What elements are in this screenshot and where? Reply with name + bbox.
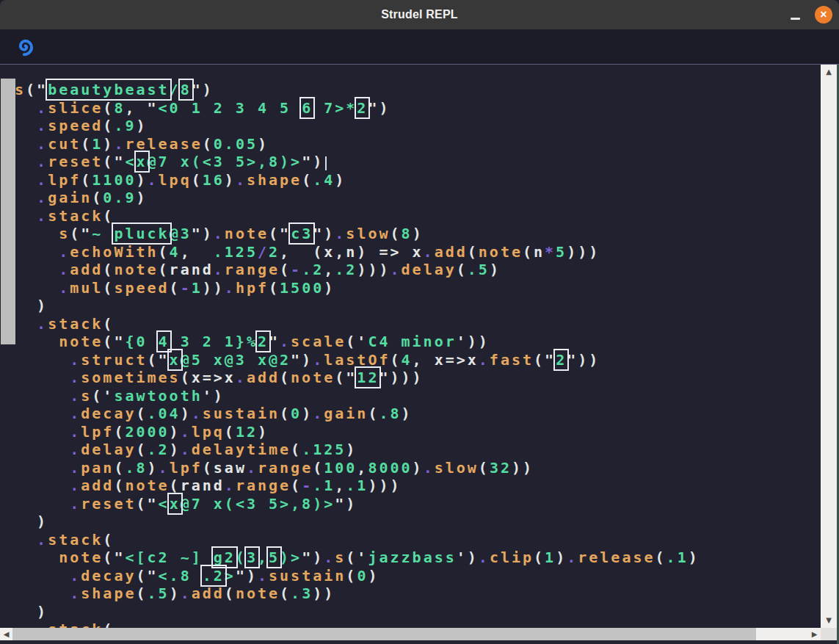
code-line: .struct("x@5 x@3 x@2").lastOf(4, x=>x.fa… xyxy=(15,351,821,369)
code-line: note("<[c2 ~] g2(3,5)>").s('jazzbass').c… xyxy=(15,549,821,567)
code-line: .lpf(2000).lpq(12) xyxy=(15,423,821,441)
code-line: .decay("<.8 .2>").sustain(0) xyxy=(15,567,821,585)
code-line: .stack( xyxy=(15,621,821,628)
scroll-up-arrow-icon[interactable]: ▲ xyxy=(821,66,837,78)
code-line: .stack( xyxy=(15,531,821,549)
vertical-scrollbar-thumb[interactable] xyxy=(1,79,15,344)
code-line: .pan(.8).lpf(saw.range(100,8000).slow(32… xyxy=(15,459,821,477)
code-line: .gain(0.9) xyxy=(15,189,821,207)
window-titlebar: Strudel REPL × xyxy=(0,0,839,30)
code-line: note("{0 4 3 2 1}%2".scale('C4 minor')) xyxy=(15,333,821,351)
horizontal-scrollbar-thumb[interactable] xyxy=(12,628,756,640)
code-line: .add(note(rand.range(-.2,.2))).delay(.5) xyxy=(15,261,821,279)
code-line: .mul(speed(-1)).hpf(1500) xyxy=(15,279,821,297)
code-line: .stack( xyxy=(15,207,821,225)
code-area: s("beautybeast/8") .slice(8, "<0 1 2 3 4… xyxy=(0,65,821,628)
window-title: Strudel REPL xyxy=(0,0,839,29)
code-line: .reset("<x@7 x(<3 5>,8)>") xyxy=(15,495,821,513)
code-line: .lpf(1100).lpq(16).shape(.4) xyxy=(15,171,821,189)
code-line: ) xyxy=(15,603,821,621)
code-line: s("~ pluck@3").note("c3").slow(8) xyxy=(15,225,821,243)
close-button[interactable]: × xyxy=(815,6,832,23)
scroll-down-arrow-icon[interactable]: ▼ xyxy=(821,615,837,626)
code-line: .delay(.2).delaytime(.125) xyxy=(15,441,821,459)
code-line: .sometimes(x=>x.add(note("12"))) xyxy=(15,369,821,387)
code-line: ) xyxy=(15,297,821,315)
code-line: s("beautybeast/8") xyxy=(15,81,821,99)
window-bottom-edge xyxy=(0,640,837,644)
minimize-icon xyxy=(791,18,800,20)
spiral-icon xyxy=(15,37,35,57)
vertical-scrollbar[interactable]: ▲ ▼ xyxy=(821,65,837,628)
strudel-logo-button[interactable] xyxy=(15,37,35,57)
minimize-button[interactable] xyxy=(786,0,804,29)
text-cursor xyxy=(325,156,327,170)
code-line: .stack( xyxy=(15,315,821,333)
code-line: .cut(1).release(0.05) xyxy=(15,135,821,153)
horizontal-scrollbar[interactable]: ◀ ▶ xyxy=(0,628,821,640)
code-line: .s('sawtooth') xyxy=(15,387,821,405)
scroll-left-arrow-icon[interactable]: ◀ xyxy=(0,628,12,640)
code-line: .slice(8, "<0 1 2 3 4 5 6 7>*2") xyxy=(15,99,821,117)
code-line: .decay(.04).sustain(0).gain(.8) xyxy=(15,405,821,423)
code-editor[interactable]: s("beautybeast/8") .slice(8, "<0 1 2 3 4… xyxy=(0,65,821,628)
code-line: .add(note(rand.range(-.1,.1))) xyxy=(15,477,821,495)
scrollbar-corner xyxy=(821,628,837,640)
code-line: .reset("<x@7 x(<3 5>,8)>") xyxy=(15,153,821,171)
code-line: .echoWith(4, .125/2, (x,n) => x.add(note… xyxy=(15,243,821,261)
scroll-right-arrow-icon[interactable]: ▶ xyxy=(808,628,821,640)
code-line: .speed(.9) xyxy=(15,117,821,135)
code-line: ) xyxy=(15,513,821,531)
app-header xyxy=(0,29,839,65)
close-icon: × xyxy=(820,9,827,21)
code-line: .shape(.5).add(note(.3)) xyxy=(15,585,821,603)
